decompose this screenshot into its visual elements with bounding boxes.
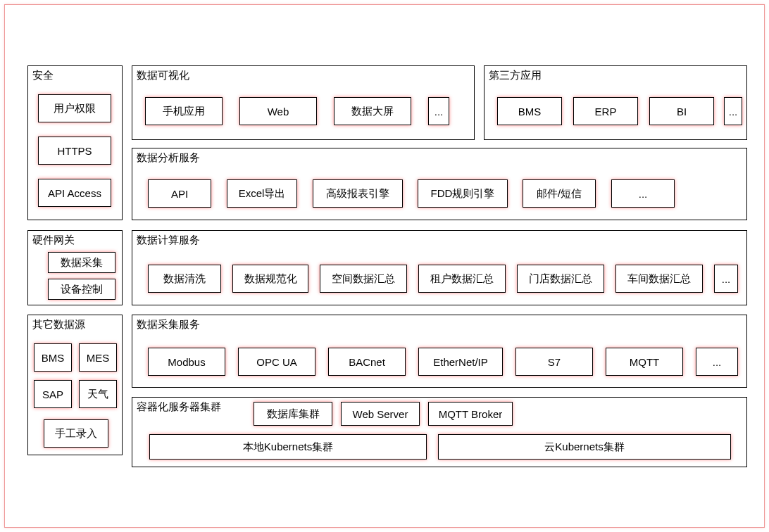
cell-mes-source: MES — [79, 343, 117, 372]
cell-mqtt-broker: MQTT Broker — [428, 402, 513, 426]
cell-bacnet: BACnet — [328, 348, 406, 376]
cell-erp: ERP — [573, 97, 638, 125]
cell-opcua: OPC UA — [238, 348, 315, 376]
cell-space-agg: 空间数据汇总 — [320, 265, 407, 293]
group-title-gateway: 硬件网关 — [32, 234, 75, 247]
cell-data-collect: 数据采集 — [48, 252, 115, 273]
group-title-analysis: 数据分析服务 — [137, 151, 200, 165]
cell-modbus: Modbus — [148, 348, 225, 376]
group-title-security: 安全 — [32, 69, 54, 82]
cell-excel-export: Excel导出 — [227, 179, 297, 208]
group-collect: 数据采集服务 Modbus OPC UA BACnet EtherNet/IP … — [132, 315, 747, 388]
cell-local-k8s: 本地Kubernets集群 — [149, 434, 427, 460]
cell-cloud-k8s: 云Kubernets集群 — [438, 434, 731, 460]
cell-bi: BI — [649, 97, 714, 125]
cell-thirdparty-more: ... — [724, 97, 742, 125]
cell-api-access: API Access — [38, 179, 111, 207]
group-title-collect: 数据采集服务 — [137, 318, 200, 331]
group-compute: 数据计算服务 数据清洗 数据规范化 空间数据汇总 租户数据汇总 门店数据汇总 车… — [132, 230, 747, 305]
cell-compute-more: ... — [714, 265, 738, 293]
cell-tenant-agg: 租户数据汇总 — [418, 265, 506, 293]
cell-mobile-app: 手机应用 — [145, 97, 223, 125]
group-security: 安全 用户权限 HTTPS API Access — [27, 65, 123, 220]
group-other-sources: 其它数据源 BMS MES SAP 天气 手工录入 — [27, 315, 123, 455]
cell-user-permission: 用户权限 — [38, 94, 111, 122]
cell-device-control: 设备控制 — [48, 279, 115, 300]
cell-mail-sms: 邮件/短信 — [523, 179, 596, 208]
cell-report-engine: 高级报表引擎 — [313, 179, 403, 208]
cell-api: API — [148, 179, 211, 208]
cell-collect-more: ... — [696, 348, 738, 376]
cell-manual-input: 手工录入 — [44, 419, 108, 448]
group-title-compute: 数据计算服务 — [137, 234, 200, 247]
cell-store-agg: 门店数据汇总 — [517, 265, 604, 293]
cell-data-clean: 数据清洗 — [148, 265, 221, 293]
cell-web: Web — [239, 97, 317, 125]
cell-bms-source: BMS — [34, 343, 72, 372]
group-title-visualization: 数据可视化 — [137, 69, 189, 82]
group-visualization: 数据可视化 手机应用 Web 数据大屏 ... — [132, 65, 475, 140]
cell-sap-source: SAP — [34, 380, 72, 408]
cell-s7: S7 — [515, 348, 593, 376]
cell-visualization-more: ... — [428, 97, 449, 125]
group-gateway: 硬件网关 数据采集 设备控制 — [27, 230, 123, 305]
cell-https: HTTPS — [38, 137, 111, 165]
group-cluster: 容器化服务器集群 数据库集群 Web Server MQTT Broker 本地… — [132, 397, 747, 467]
group-third-party: 第三方应用 BMS ERP BI ... — [484, 65, 747, 140]
cell-data-normalize: 数据规范化 — [232, 265, 308, 293]
cell-bms: BMS — [497, 97, 562, 125]
cell-data-screen: 数据大屏 — [334, 97, 411, 125]
cell-ethernet-ip: EtherNet/IP — [418, 348, 503, 376]
cell-workshop-agg: 车间数据汇总 — [615, 265, 703, 293]
cell-mqtt: MQTT — [606, 348, 683, 376]
cell-analysis-more: ... — [611, 179, 675, 208]
group-title-third-party: 第三方应用 — [489, 69, 542, 82]
cell-web-server: Web Server — [341, 402, 420, 426]
group-title-cluster: 容器化服务器集群 — [137, 400, 221, 414]
diagram-canvas: 安全 用户权限 HTTPS API Access 硬件网关 数据采集 设备控制 … — [4, 4, 765, 528]
cell-db-cluster: 数据库集群 — [254, 402, 332, 426]
group-title-other-sources: 其它数据源 — [32, 318, 85, 331]
cell-weather-source: 天气 — [79, 380, 117, 408]
group-analysis: 数据分析服务 API Excel导出 高级报表引擎 FDD规则引擎 邮件/短信 … — [132, 148, 747, 220]
cell-fdd-engine: FDD规则引擎 — [418, 179, 508, 208]
